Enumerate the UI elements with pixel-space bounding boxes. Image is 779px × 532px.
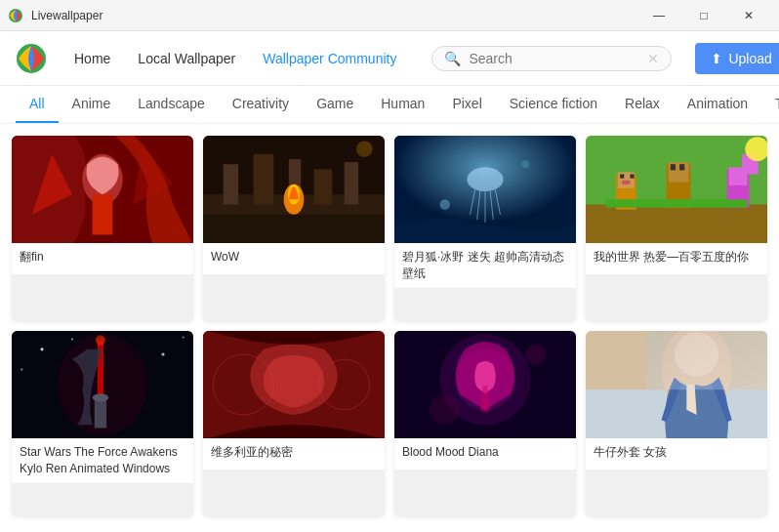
category-tab-science-fiction[interactable]: Science fiction	[496, 86, 611, 123]
svg-rect-49	[98, 340, 103, 400]
svg-point-51	[96, 335, 105, 345]
wallpaper-card-3[interactable]: 碧月狐·冰野 迷失 超帅高清动态壁纸	[394, 136, 576, 321]
upload-label: Upload	[728, 51, 771, 66]
svg-rect-14	[203, 215, 385, 243]
wallpaper-thumb-1	[12, 136, 193, 243]
app-title: Livewallpaper	[31, 9, 102, 22]
wallpaper-title-6: 维多利亚的秘密	[203, 438, 385, 470]
svg-point-46	[183, 336, 184, 338]
navbar: Home Local Wallpaper Wallpaper Community…	[0, 31, 779, 86]
svg-rect-36	[679, 164, 684, 170]
wallpaper-title-2: WoW	[203, 243, 385, 274]
wallpaper-card-4[interactable]: 我的世界 热爱—百零五度的你	[586, 136, 767, 321]
wallpaper-title-7: Blood Mood Diana	[394, 438, 576, 470]
svg-rect-52	[95, 397, 106, 428]
search-clear-icon[interactable]: ✕	[647, 51, 659, 66]
wallpaper-thumb-8	[586, 331, 767, 438]
wallpaper-thumb-7	[394, 331, 576, 438]
svg-rect-11	[345, 162, 358, 204]
wallpaper-title-4: 我的世界 热爱—百零五度的你	[586, 243, 767, 274]
category-tab-anime[interactable]: Anime	[59, 86, 125, 123]
category-tabs: AllAnimeLandscapeCreativityGameHumanPixe…	[0, 86, 779, 124]
category-tab-game[interactable]: Game	[303, 86, 367, 123]
titlebar-left: Livewallpaper	[8, 8, 102, 23]
nav-logo	[16, 43, 47, 74]
svg-point-60	[430, 394, 460, 425]
svg-point-45	[161, 352, 164, 355]
svg-point-18	[467, 167, 503, 191]
svg-rect-32	[622, 181, 630, 184]
app-icon	[8, 8, 23, 23]
svg-rect-27	[586, 205, 767, 244]
svg-point-53	[93, 393, 109, 401]
wallpaper-thumb-3	[394, 136, 576, 243]
wallpaper-thumb-6	[203, 331, 385, 438]
svg-rect-40	[606, 199, 748, 207]
category-tab-pixel[interactable]: Pixel	[438, 86, 495, 123]
wallpaper-card-8[interactable]: 牛仔外套 女孩	[586, 331, 767, 516]
wallpaper-title-3: 碧月狐·冰野 迷失 超帅高清动态壁纸	[394, 243, 576, 288]
svg-point-25	[521, 160, 529, 168]
nav-local[interactable]: Local Wallpaper	[126, 45, 247, 72]
wallpaper-card-5[interactable]: Star Wars The Force Awakens Kylo Ren Ani…	[12, 331, 193, 516]
wallpaper-card-7[interactable]: Blood Mood Diana	[394, 331, 576, 516]
svg-point-44	[71, 338, 73, 340]
search-input[interactable]	[469, 51, 639, 66]
titlebar: Livewallpaper — □ ✕	[0, 0, 779, 31]
category-tab-relax[interactable]: Relax	[611, 86, 674, 123]
category-tab-animation[interactable]: Animation	[674, 86, 761, 123]
wallpaper-card-6[interactable]: 维多利亚的秘密	[203, 331, 385, 516]
svg-rect-31	[630, 175, 634, 179]
svg-rect-66	[646, 331, 767, 389]
nav-community[interactable]: Wallpaper Community	[251, 45, 408, 72]
category-tab-all[interactable]: All	[16, 86, 59, 123]
category-tab-technology[interactable]: Technology	[761, 86, 779, 123]
svg-point-15	[356, 141, 373, 157]
wallpaper-title-8: 牛仔外套 女孩	[586, 438, 767, 470]
nav-home[interactable]: Home	[62, 45, 122, 72]
category-tab-creativity[interactable]: Creativity	[219, 86, 303, 123]
wallpaper-title-1: 翻fin	[12, 243, 193, 274]
wallpaper-grid: 翻fin WoW 碧月狐·冰野 迷失 超帅高清动态壁纸	[0, 124, 779, 528]
svg-point-43	[40, 348, 43, 350]
wallpaper-thumb-2	[203, 136, 385, 243]
svg-point-61	[525, 345, 546, 365]
upload-icon: ⬆	[711, 51, 722, 66]
svg-rect-7	[224, 164, 239, 204]
wallpaper-thumb-5	[12, 331, 193, 438]
search-icon: 🔍	[444, 51, 461, 66]
maximize-button[interactable]: □	[681, 0, 726, 31]
titlebar-controls: — □ ✕	[636, 0, 771, 31]
svg-rect-35	[671, 164, 676, 170]
svg-rect-8	[254, 154, 274, 205]
upload-button[interactable]: ⬆ Upload	[695, 43, 779, 74]
nav-links: Home Local Wallpaper Wallpaper Community	[62, 45, 408, 72]
wallpaper-card-1[interactable]: 翻fin	[12, 136, 193, 321]
svg-rect-4	[93, 194, 113, 234]
category-tab-landscape[interactable]: Landscape	[124, 86, 219, 123]
svg-rect-10	[314, 169, 333, 204]
minimize-button[interactable]: —	[636, 0, 681, 31]
svg-point-47	[20, 368, 22, 370]
svg-point-24	[440, 199, 450, 209]
svg-rect-30	[620, 175, 624, 179]
wallpaper-title-5: Star Wars The Force Awakens Kylo Ren Ani…	[12, 438, 193, 483]
wallpaper-card-2[interactable]: WoW	[203, 136, 385, 321]
search-box: 🔍 ✕	[431, 46, 672, 71]
wallpaper-thumb-4	[586, 136, 767, 243]
category-tab-human[interactable]: Human	[367, 86, 438, 123]
close-button[interactable]: ✕	[726, 0, 771, 31]
